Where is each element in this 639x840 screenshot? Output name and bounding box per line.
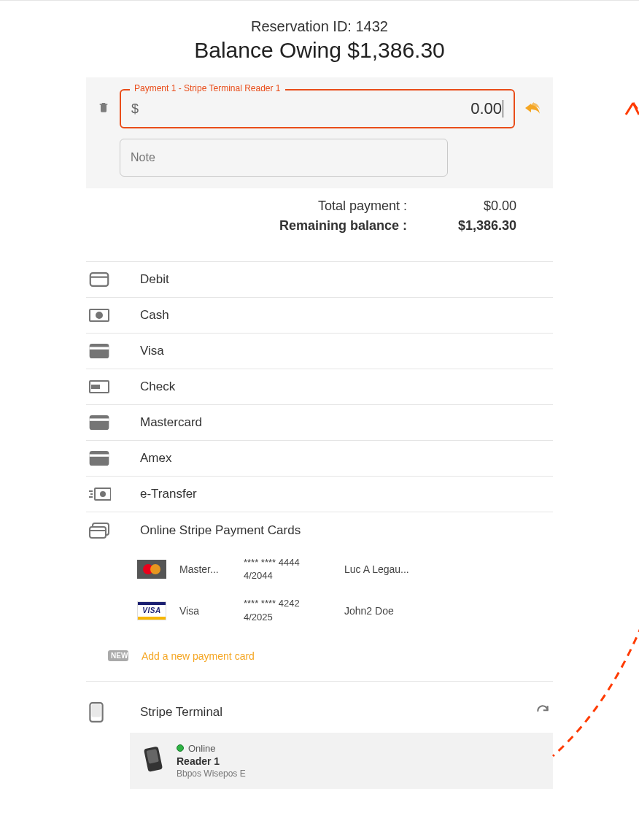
- new-badge: NEW: [108, 650, 128, 661]
- terminal-device-icon: [89, 702, 123, 723]
- refresh-terminals-icon[interactable]: [535, 704, 550, 721]
- svg-rect-4: [90, 344, 109, 358]
- add-payment-card-button[interactable]: NEW Add a new payment card: [86, 631, 553, 682]
- method-cash[interactable]: Cash: [86, 298, 553, 334]
- check-icon: [89, 380, 123, 393]
- card-solid-icon: [89, 415, 123, 430]
- card-outline-icon: [89, 272, 123, 287]
- svg-rect-17: [90, 527, 106, 538]
- method-mastercard[interactable]: Mastercard: [86, 405, 553, 441]
- card-solid-icon: [89, 344, 123, 358]
- currency-symbol: $: [131, 101, 139, 117]
- reservation-id: Reservation ID: 1432: [86, 18, 553, 35]
- svg-rect-7: [92, 385, 99, 388]
- note-input[interactable]: [120, 139, 448, 177]
- svg-rect-9: [90, 418, 109, 420]
- method-check[interactable]: Check: [86, 369, 553, 405]
- method-debit[interactable]: Debit: [86, 261, 553, 298]
- svg-rect-0: [90, 273, 108, 286]
- payment-entry-card: Payment 1 - Stripe Terminal Reader 1 $: [86, 77, 553, 188]
- svg-rect-8: [90, 415, 109, 430]
- mastercard-logo-icon: [137, 560, 166, 579]
- balance-owing: Balance Owing $1,386.30: [86, 38, 553, 63]
- method-amex[interactable]: Amex: [86, 441, 553, 477]
- total-payment-row: Total payment : $0.00: [86, 199, 553, 214]
- autofill-balance-icon[interactable]: [524, 100, 541, 117]
- visa-logo-icon: VISA: [137, 601, 166, 620]
- saved-card-visa[interactable]: VISA Visa **** **** 4242 4/2025 John2 Do…: [137, 590, 553, 631]
- card-solid-icon: [89, 451, 123, 466]
- payment-method-list: Debit Cash Visa Check Mastercard: [86, 261, 553, 789]
- method-visa[interactable]: Visa: [86, 334, 553, 369]
- delete-payment-icon[interactable]: [98, 101, 111, 117]
- etransfer-icon: [89, 488, 123, 501]
- amount-field-label: Payment 1 - Stripe Terminal Reader 1: [130, 83, 285, 93]
- stripe-terminal-header: Stripe Terminal: [86, 692, 553, 733]
- amount-fieldset: Payment 1 - Stripe Terminal Reader 1 $: [120, 89, 515, 128]
- svg-rect-20: [93, 705, 101, 716]
- saved-card-mastercard[interactable]: Master... **** **** 4444 4/2044 Luc A Le…: [137, 549, 553, 590]
- svg-rect-11: [90, 454, 109, 456]
- svg-rect-5: [90, 347, 109, 349]
- cards-stack-icon: [89, 523, 123, 539]
- reader-status: Online: [177, 743, 246, 754]
- reader-name: Reader 1: [177, 755, 246, 767]
- cash-icon: [89, 309, 123, 322]
- terminal-reader-card[interactable]: Online Reader 1 Bbpos Wisepos E: [130, 733, 553, 789]
- svg-rect-10: [90, 451, 109, 466]
- text-caret: [503, 100, 503, 117]
- online-cards-header: Online Stripe Payment Cards: [86, 512, 553, 549]
- svg-point-13: [100, 491, 106, 497]
- annotation-arrow: [538, 96, 639, 767]
- amount-input[interactable]: [139, 99, 502, 118]
- reader-model: Bbpos Wisepos E: [177, 768, 246, 779]
- svg-point-3: [96, 312, 102, 318]
- reader-device-icon: [142, 744, 166, 777]
- method-etransfer[interactable]: e-Transfer: [86, 477, 553, 512]
- remaining-balance-row: Remaining balance : $1,386.30: [86, 218, 553, 234]
- status-online-dot-icon: [177, 744, 184, 752]
